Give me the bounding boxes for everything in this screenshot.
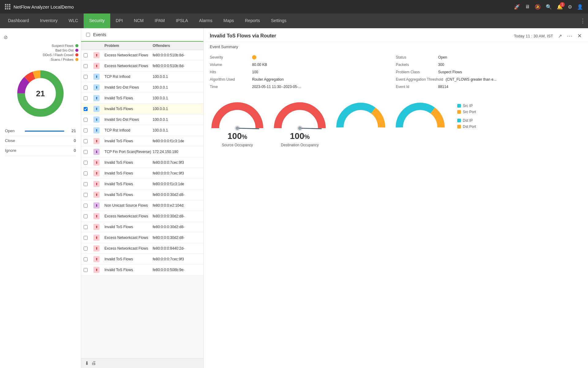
table-row[interactable]: ⬆ Invalid Src-Dst Flows 100.0.0.1 [81,82,203,93]
table-row[interactable]: ⬆ Excess Networkcast Flows fe80:0:0:0:51… [81,50,203,61]
row-icon: ⬆ [93,235,104,241]
table-row[interactable]: ⬇ TCP Fin Port Scan(Reverse) 172.24.150.… [81,147,203,157]
table-row[interactable]: ⬆ Invalid ToS Flows fe80:0:0:0:7cec:9f3 [81,157,203,168]
detail-group-right: Status Open Packets 300 Problem Class Su… [396,55,582,89]
donut-legend: Suspect Flows Bad Src-Dst DDoS / Flash C… [0,43,81,63]
row-checkbox[interactable] [84,86,93,90]
table-row[interactable]: ⬆ Invalid ToS Flows fe80:0:0:0:f1c3:1de [81,179,203,190]
nav-inventory[interactable]: Inventory [35,13,63,28]
nav-ipsla[interactable]: IPSLA [170,13,194,28]
row-checkbox[interactable] [84,53,93,57]
download-icon[interactable]: ⬇ [85,360,89,366]
table-row[interactable]: ⬆ Invalid ToS Flows 100.0.0.1 [81,93,203,104]
row-checkbox[interactable] [84,204,93,208]
settings-icon[interactable]: ⚙ [568,4,572,10]
row-checkbox[interactable] [84,150,93,154]
user-icon[interactable]: 👤 [577,4,583,10]
row-checkbox[interactable] [84,268,93,272]
problem-class-label: Problem Class [396,70,436,74]
stat-close-value: 0 [67,138,76,143]
row-checkbox[interactable] [84,118,93,122]
row-checkbox[interactable] [84,64,93,68]
monitor-icon[interactable]: 🖥 [525,4,530,10]
nav-alarms[interactable]: Alarms [194,13,218,28]
row-checkbox[interactable] [84,193,93,197]
svg-point-12 [348,114,374,131]
dst-ip-color [457,119,461,122]
event-type-icon: ⬆ [93,181,100,187]
nav-ipam[interactable]: IPAM [149,13,170,28]
close-panel-icon[interactable]: ✕ [577,33,582,39]
event-summary-bar: Event Summary [204,42,588,52]
select-all-checkbox[interactable] [86,33,90,37]
notification-icon[interactable]: 🔔 1 [557,4,563,10]
table-row[interactable]: ⬆ Excess Networkcast Flows fe80:0:0:0:84… [81,243,203,254]
stat-close: Close 0 [5,136,76,146]
time-value: 2023-05-11 11:30--2023-05-... [252,85,301,89]
row-checkbox[interactable] [84,75,93,79]
row-checkbox[interactable] [84,182,93,186]
row-checkbox[interactable] [84,128,93,132]
row-checkbox[interactable] [84,257,93,261]
table-row[interactable]: ⬆ Invalid ToS Flows fe80:0:0:0:f1c3:1de [81,136,203,147]
stat-ignore: Ignore 0 [5,146,76,155]
row-checkbox[interactable] [84,214,93,218]
nav-dpi[interactable]: DPI [110,13,128,28]
row-offender: 100.0.0.1 [153,75,201,79]
table-row[interactable]: ⬆ Excess Networkcast Flows fe80:0:0:0:30… [81,232,203,243]
stat-open: Open 21 [5,126,76,136]
event-agg-label: Event Aggregation Threshold [396,77,443,82]
table-row[interactable]: ⬆ Invalid ToS Flows fe80:0:0:0:7cec:9f3 [81,254,203,265]
hits-label: Hits [210,70,250,74]
row-offender: fe80:0:0:0:30d2:d8- [153,214,201,218]
table-row[interactable]: ⬆ Invalid ToS Flows fe80:0:0:0:30d2:d8- [81,190,203,200]
table-row[interactable]: ⬇ Non Unicast Source Flows fe80:0:0:0:e2… [81,200,203,211]
event-type-icon: ⬇ [93,202,100,209]
row-checkbox[interactable] [84,96,93,100]
nav-dashboard[interactable]: Dashboard [2,13,35,28]
nav-security[interactable]: Security [84,13,110,28]
external-link-icon[interactable]: ↗ [558,33,562,39]
row-icon: ⬆ [93,170,104,176]
mute-icon[interactable]: 🔕 [535,4,541,10]
row-problem: Invalid ToS Flows [104,257,153,261]
nav-wlc[interactable]: WLC [63,13,84,28]
nav-maps[interactable]: Maps [218,13,239,28]
grid-icon[interactable] [5,4,10,10]
row-offender: fe80:0:0:0:f1c3:1de [153,182,201,186]
table-row[interactable]: ⬆ Invalid ToS Flows fe80:0:0:0:508b:9e- [81,265,203,275]
row-checkbox[interactable] [84,171,93,175]
rocket-icon[interactable]: 🚀 [514,4,520,10]
legend-suspect-flows: Suspect Flows [0,44,81,48]
row-checkbox[interactable] [84,139,93,143]
nav-more-icon[interactable]: ⋮ [580,17,586,24]
nav-ncm[interactable]: NCM [128,13,149,28]
col-checkbox [84,44,93,48]
volume-value: 80.00 KB [252,63,267,67]
detail-header: Invalid ToS Flows via Router Today 11 : … [204,28,588,42]
search-icon[interactable]: 🔍 [546,4,552,10]
src-port-color [457,110,461,114]
table-row[interactable]: ⬆ Invalid ToS Flows 100.0.0.1 [81,104,203,114]
table-row[interactable]: ⬆ Invalid Src-Dst Flows 100.0.0.1 [81,114,203,125]
nav-settings[interactable]: Settings [266,13,292,28]
row-checkbox[interactable] [84,225,93,229]
row-checkbox[interactable] [84,247,93,251]
table-row[interactable]: ⬆ Excess Networkcast Flows fe80:0:0:0:51… [81,61,203,71]
row-offender: fe80:0:0:0:7cec:9f3 [153,160,201,165]
navbar: Dashboard Inventory WLC Security DPI NCM… [0,13,588,28]
row-checkbox[interactable] [84,161,93,165]
severity-value [252,55,256,59]
table-row[interactable]: ⬆ Invalid ToS Flows fe80:0:0:0:7cec:9f3 [81,168,203,179]
table-row[interactable]: ⬆ Invalid ToS Flows fe80:0:0:0:30d2:d8- [81,222,203,232]
field-algorithm: Algorithm Used Router Aggregation [210,77,396,82]
table-row[interactable]: ⬆ TCP Rst Inflood 100.0.0.1 [81,71,203,82]
row-checkbox[interactable] [84,236,93,240]
row-checkbox[interactable] [84,107,93,111]
kebab-menu-icon[interactable]: ⋯ [567,33,572,39]
table-row[interactable]: ⬆ Excess Networkcast Flows fe80:0:0:0:30… [81,211,203,222]
table-row[interactable]: ⬆ TCP Rst Inflood 100.0.0.1 [81,125,203,136]
print-icon[interactable]: 🖨 [91,360,96,366]
nav-reports[interactable]: Reports [239,13,266,28]
filter-icon[interactable]: ⊘ [0,32,81,43]
